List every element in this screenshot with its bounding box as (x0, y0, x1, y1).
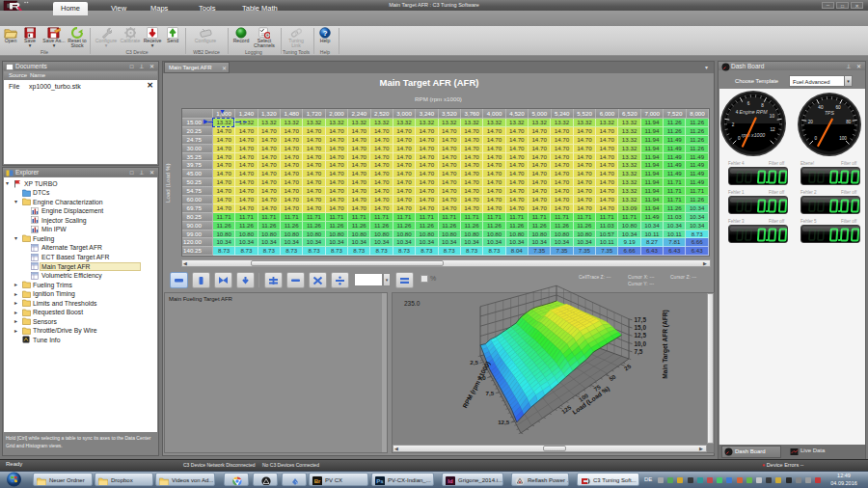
svg-text:80: 80 (846, 120, 852, 124)
svg-text:0: 0 (738, 136, 741, 141)
svg-text:20: 20 (808, 120, 814, 124)
svg-text:6: 6 (747, 101, 750, 106)
svg-text:2: 2 (732, 122, 735, 127)
svg-text:0: 0 (815, 136, 818, 141)
svg-text:rpm x1000: rpm x1000 (742, 132, 766, 138)
svg-text:40: 40 (818, 105, 824, 110)
svg-text:4: 4 (736, 110, 739, 115)
svg-text:100: 100 (839, 136, 847, 141)
svg-text:10: 10 (770, 114, 775, 119)
svg-text:8: 8 (761, 103, 764, 108)
svg-text:60: 60 (836, 105, 842, 110)
svg-text:TPS: TPS (825, 110, 835, 116)
svg-text:12: 12 (770, 127, 775, 132)
svg-text:Engine RPM: Engine RPM (739, 109, 768, 115)
